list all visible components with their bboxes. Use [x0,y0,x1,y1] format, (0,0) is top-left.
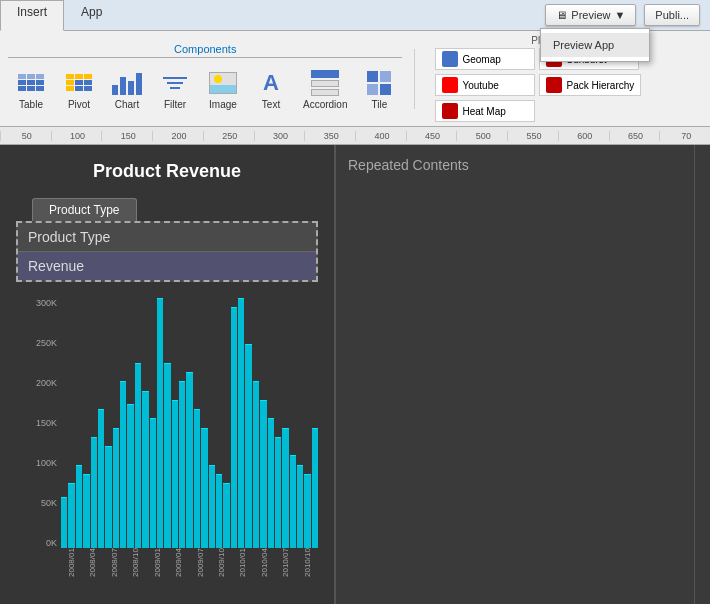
chart-bar [275,437,281,548]
report-title: Product Revenue [0,145,334,198]
chart-bar [98,409,104,548]
accordion-label: Accordion [303,99,347,110]
monitor-icon: 🖥 [556,9,567,21]
ruler: 5010015020025030035040045050055060065070 [0,127,710,145]
chart-y-axis: 300K250K200K150K100K50K0K [16,298,61,548]
tile-icon [363,67,395,99]
y-label: 300K [36,298,57,308]
chart-bar [290,455,296,548]
chart-bar [304,474,310,548]
table-icon [15,67,47,99]
x-label: 2008/04 [82,548,103,578]
text-icon: A [255,67,287,99]
x-label: 2009/01 [147,548,168,578]
chart-bar [113,428,119,548]
tab-insert[interactable]: Insert [0,0,64,31]
chart-bar [238,298,244,548]
ribbon-item-text[interactable]: A Text [248,62,294,115]
pivot-label: Pivot [68,99,90,110]
geomap-label: Geomap [462,54,500,65]
x-label: 2009/07 [190,548,211,578]
ribbon-item-accordion[interactable]: Accordion [296,62,354,115]
main-area: Product Revenue Product Type Product Typ… [0,145,710,604]
product-type-tab[interactable]: Product Type [32,198,137,221]
chart-bar [76,465,82,548]
components-label: Components [8,43,402,58]
image-icon [207,67,239,99]
chart-bar [91,437,97,548]
chart-bar [142,391,148,548]
publish-button[interactable]: Publi... [644,4,700,26]
chart-bars [61,298,318,548]
tab-app[interactable]: App [64,0,119,30]
chart-bar [260,400,266,548]
tile-label: Tile [372,99,388,110]
chart-bar [105,446,111,548]
x-label: 2010/01 [232,548,253,578]
pivot-icon [63,67,95,99]
pack-hierarchy-label: Pack Hierarchy [566,80,634,91]
chart-x-labels: 2008/012008/042008/072008/102009/012009/… [61,548,318,578]
geomap-icon [442,51,458,67]
x-label: 2008/07 [104,548,125,578]
chart-bar [150,418,156,548]
chart-bar [253,381,259,548]
y-label: 250K [36,338,57,348]
accordion-icon [309,67,341,99]
chart-container: 300K250K200K150K100K50K0K 2008/012008/04… [16,298,318,578]
content-area: Product Type Revenue [0,221,334,298]
field-revenue: Revenue [18,252,316,280]
image-label: Image [209,99,237,110]
chart-bar [194,409,200,548]
plugin-heat-map[interactable]: Heat Map [435,100,535,122]
y-label: 200K [36,378,57,388]
filter-icon [159,67,191,99]
ribbon-tab-bar: Insert App 🖥 Preview ▼ Preview App Publi… [0,0,710,31]
chart-bar [68,483,74,548]
ribbon: Insert App 🖥 Preview ▼ Preview App Publi… [0,0,710,127]
chart-bar [268,418,274,548]
y-label: 0K [46,538,57,548]
ribbon-item-image[interactable]: Image [200,62,246,115]
ribbon-item-chart[interactable]: Chart [104,62,150,115]
chart-bar [223,483,229,548]
youtube-label: Youtube [462,80,498,91]
chart-bar [245,344,251,548]
chart-bar [186,372,192,548]
plugin-geomap[interactable]: Geomap [435,48,535,70]
ribbon-divider [414,49,415,109]
ribbon-item-tile[interactable]: Tile [356,62,402,115]
extra-panel [694,145,710,604]
table-label: Table [19,99,43,110]
ribbon-item-table[interactable]: Table [8,62,54,115]
heat-map-icon [442,103,458,119]
chart-bar [120,381,126,548]
plugin-youtube[interactable]: Youtube [435,74,535,96]
chart-bar [172,400,178,548]
repeated-contents-label: Repeated Contents [348,157,469,173]
tab-row: Product Type [0,198,334,221]
chart-bar [127,404,133,548]
plugin-pack-hierarchy[interactable]: Pack Hierarchy [539,74,641,96]
x-label: 2010/10 [297,548,318,578]
chart-bar [201,428,207,548]
ribbon-item-pivot[interactable]: Pivot [56,62,102,115]
ribbon-item-filter[interactable]: Filter [152,62,198,115]
preview-button[interactable]: 🖥 Preview ▼ [545,4,636,26]
x-label: 2009/04 [168,548,189,578]
x-label: 2009/10 [211,548,232,578]
chart-bar [209,465,215,548]
chart-bar [282,428,288,548]
field-box: Product Type Revenue [16,221,318,282]
youtube-icon [442,77,458,93]
chart-bar [135,363,141,548]
y-label: 150K [36,418,57,428]
x-label: 2010/04 [254,548,275,578]
chart-icon [111,67,143,99]
preview-app-item[interactable]: Preview App [541,33,649,57]
text-label: Text [262,99,280,110]
x-label: 2010/07 [275,548,296,578]
components-section: Components Table [8,43,402,115]
x-label: 2008/01 [61,548,82,578]
ruler-marks: 5010015020025030035040045050055060065070 [0,131,710,141]
